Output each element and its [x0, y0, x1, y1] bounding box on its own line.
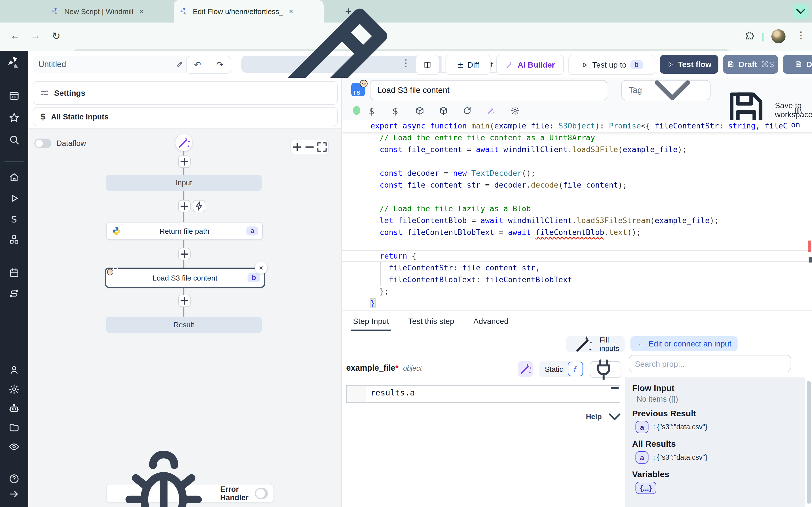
- ai-wand-icon[interactable]: [486, 106, 496, 115]
- prop-section: Previous Resulta: {"s3":"data.csv"}: [632, 408, 799, 434]
- javascript-expr-mode-button[interactable]: ƒ: [567, 362, 583, 376]
- zoom-out-button[interactable]: [303, 140, 316, 154]
- ai-fill-button[interactable]: [518, 361, 534, 377]
- flow-summary-field[interactable]: Untitled: [33, 56, 190, 73]
- library-icon[interactable]: [794, 106, 803, 115]
- prop-badge[interactable]: a: [636, 451, 649, 464]
- flow-node-b-selected[interactable]: TS Load S3 file content b: [105, 268, 265, 288]
- flow-node-result[interactable]: Result: [106, 317, 262, 333]
- prop-badge[interactable]: a: [636, 421, 649, 433]
- edit-or-connect-button[interactable]: ←Edit or connect an input: [630, 336, 738, 351]
- redo-button[interactable]: ↷: [209, 56, 231, 73]
- sidebar-item-folder[interactable]: [8, 421, 20, 433]
- add-step-button[interactable]: [178, 248, 191, 260]
- variables-button[interactable]: $: [393, 106, 402, 115]
- prop-item[interactable]: a: {"s3":"data.csv"}: [632, 420, 799, 434]
- sidebar-item-cubes[interactable]: [8, 233, 20, 245]
- diff-button[interactable]: ±Diff: [446, 55, 491, 75]
- deploy-button[interactable]: Deploy: [783, 55, 812, 74]
- sidebar-item-arrow-right[interactable]: [8, 489, 20, 500]
- add-step-button[interactable]: [178, 156, 191, 168]
- python-icon: [112, 226, 121, 236]
- tab-step-input[interactable]: Step Input: [353, 311, 389, 331]
- code-line: const file_content_str = decoder.decode(…: [342, 179, 812, 191]
- reload-icon[interactable]: ↻: [52, 30, 60, 42]
- editor-scrollbar[interactable]: [809, 257, 812, 263]
- assets-button[interactable]: $: [369, 106, 378, 115]
- settings-gear-icon[interactable]: [510, 106, 520, 115]
- fill-inputs-button[interactable]: Fill inputs: [566, 336, 625, 352]
- more-options-icon[interactable]: ⋮: [402, 57, 410, 68]
- tab-test-this-step[interactable]: Test this step: [408, 311, 454, 331]
- sidebar-item-route[interactable]: [8, 288, 20, 299]
- sidebar-item-home[interactable]: [8, 172, 20, 183]
- error-marker: [808, 240, 811, 252]
- docs-button[interactable]: [416, 55, 439, 75]
- flow-node-input[interactable]: Input: [106, 175, 262, 191]
- tab-advanced[interactable]: Advanced: [473, 311, 509, 331]
- sidebar-item-gear[interactable]: [8, 383, 20, 395]
- package-button[interactable]: [439, 106, 448, 115]
- forward-icon[interactable]: →: [31, 30, 41, 42]
- sidebar-item-user[interactable]: [8, 364, 20, 376]
- extensions-icon[interactable]: [744, 31, 755, 41]
- prop-picker: Flow InputNo items ([])Previous Resulta:…: [625, 378, 805, 507]
- sidebar-item-play[interactable]: [8, 192, 20, 204]
- sidebar-item-robot[interactable]: [8, 402, 20, 414]
- sidebar-item-grid-window[interactable]: [8, 90, 20, 101]
- step-name-input[interactable]: [370, 80, 607, 100]
- undo-button[interactable]: ↶: [187, 56, 209, 73]
- code-sticky-line: export async function main(example_file:…: [342, 120, 812, 132]
- draft-button[interactable]: Draft⌘S: [723, 55, 778, 74]
- prop-item[interactable]: {...}: [632, 481, 799, 495]
- tag-select[interactable]: Tag: [621, 80, 711, 100]
- panel-scrollbar[interactable]: [807, 381, 811, 504]
- dataflow-toggle[interactable]: [35, 138, 51, 148]
- sidebar-item-calendar[interactable]: [8, 267, 20, 278]
- sidebar-item-star[interactable]: [8, 112, 20, 123]
- code-line: const file_content = await windmillClien…: [342, 144, 812, 156]
- add-step-button[interactable]: [178, 200, 191, 212]
- path-button[interactable]: Path: [241, 56, 442, 73]
- delete-node-button[interactable]: ×: [255, 262, 267, 274]
- flow-settings-button[interactable]: Settings: [33, 81, 338, 105]
- empty-text: No items ([]): [632, 395, 799, 403]
- all-static-inputs-button[interactable]: $ All Static Inputs: [33, 107, 338, 126]
- add-step-button[interactable]: [178, 295, 191, 307]
- search-prop-input[interactable]: [629, 355, 791, 372]
- browser-menu-icon[interactable]: ⋮: [796, 29, 806, 41]
- prop-item[interactable]: a: {"s3":"data.csv"}: [632, 451, 799, 464]
- pencil-icon: [175, 60, 184, 68]
- error-handler-toggle[interactable]: [255, 488, 268, 499]
- windmill-favicon: [51, 7, 60, 16]
- sidebar-item-dollar[interactable]: $: [8, 213, 20, 224]
- sidebar-item-eye[interactable]: [8, 441, 20, 452]
- input-mode-toggle[interactable]: Static ƒ: [539, 361, 584, 377]
- help-link[interactable]: Help: [586, 407, 625, 427]
- section-title: Variables: [632, 469, 799, 479]
- fit-view-button[interactable]: [316, 140, 328, 154]
- connect-input-button[interactable]: [590, 361, 621, 378]
- tab-close-icon[interactable]: ×: [139, 7, 144, 16]
- sidebar-item-help[interactable]: [8, 473, 20, 485]
- screen: New Script | Windmill × Edit Flow u/henr…: [0, 0, 812, 507]
- tab-search-chevron-button[interactable]: [793, 4, 809, 18]
- package-button[interactable]: [415, 106, 424, 115]
- add-trigger-button[interactable]: [193, 200, 205, 212]
- zoom-in-button[interactable]: [291, 140, 303, 154]
- back-icon[interactable]: ←: [10, 30, 20, 42]
- code-editor[interactable]: export async function main(example_file:…: [342, 120, 812, 311]
- flow-summary-text: Untitled: [38, 60, 66, 69]
- ai-builder-button[interactable]: AI Builder: [496, 55, 564, 75]
- flow-ai-button[interactable]: [175, 134, 192, 151]
- avatar[interactable]: [771, 29, 785, 43]
- flow-node-a[interactable]: Return file path a: [106, 222, 263, 240]
- windmill-logo[interactable]: [6, 55, 22, 70]
- reload-icon[interactable]: [462, 106, 472, 115]
- browser-tab-1[interactable]: New Script | Windmill ×: [45, 0, 185, 22]
- error-handler-card[interactable]: Error Handler: [106, 484, 274, 503]
- sidebar-item-search[interactable]: [8, 134, 20, 145]
- dollar-icon: $: [40, 112, 46, 122]
- prop-badge[interactable]: {...}: [636, 482, 656, 494]
- expression-editor[interactable]: results.a: [346, 385, 620, 403]
